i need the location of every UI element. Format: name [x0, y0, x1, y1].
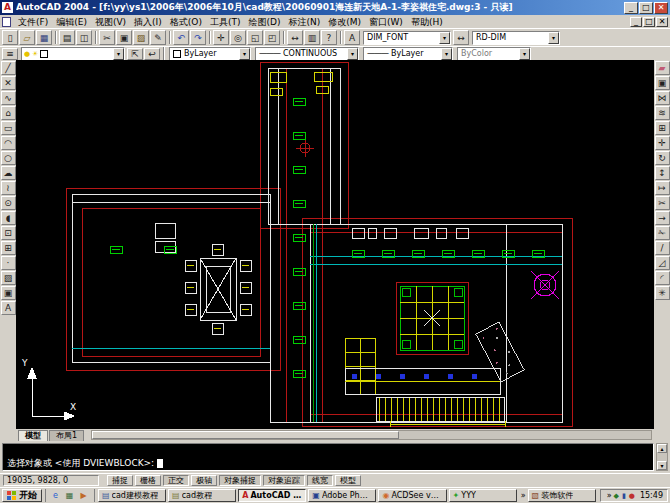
- layers-icon[interactable]: ≡: [2, 48, 18, 60]
- revision-cloud-icon[interactable]: ☁: [1, 166, 16, 180]
- text-style-combo[interactable]: DIM_FONT ▾: [363, 31, 451, 45]
- status-toggle-snap[interactable]: 捕捉: [107, 475, 133, 486]
- help-icon[interactable]: ?: [321, 30, 337, 45]
- color-combo[interactable]: ByLayer ▾: [169, 47, 251, 61]
- make-object-layer-current-icon[interactable]: ⇱: [127, 48, 143, 60]
- print-preview-icon[interactable]: ◫: [76, 30, 92, 45]
- copy-icon[interactable]: ▣: [655, 76, 670, 90]
- status-toggle-ortho[interactable]: 正交: [163, 475, 189, 486]
- taskbar-item[interactable]: ▧装饰软件: [528, 489, 596, 502]
- close-button[interactable]: ✕: [654, 2, 668, 14]
- menu-edit[interactable]: 编辑(E): [52, 16, 91, 28]
- lineweight-combo[interactable]: ——— ByLayer ▾: [363, 47, 453, 61]
- scroll-up-icon[interactable]: ▴: [657, 444, 667, 453]
- menu-format[interactable]: 格式(O): [166, 16, 206, 28]
- menu-view[interactable]: 视图(V): [91, 16, 130, 28]
- linetype-combo[interactable]: ——— CONTINUOUS ▾: [255, 47, 359, 61]
- tab-model[interactable]: 模型: [18, 430, 48, 441]
- extend-icon[interactable]: →: [655, 211, 670, 225]
- trim-icon[interactable]: ✂: [655, 196, 670, 210]
- open-icon[interactable]: ▱: [19, 30, 35, 45]
- taskbar-item[interactable]: AAutoCAD 200...: [238, 489, 306, 502]
- menu-tools[interactable]: 工具(T): [206, 16, 245, 28]
- fillet-icon[interactable]: ◜: [655, 271, 670, 285]
- status-toggle-model-space[interactable]: 模型: [335, 475, 361, 486]
- distance-icon[interactable]: ↔: [287, 30, 303, 45]
- zoom-previous-icon[interactable]: ◰: [264, 30, 280, 45]
- volume-icon[interactable]: ◆: [614, 492, 619, 500]
- rotate-icon[interactable]: ↻: [655, 151, 670, 165]
- zoom-realtime-icon[interactable]: ◎: [230, 30, 246, 45]
- menu-draw[interactable]: 绘图(D): [244, 16, 284, 28]
- spline-icon[interactable]: ≀: [1, 181, 16, 195]
- network-icon[interactable]: ▮: [622, 492, 626, 500]
- media-player-icon[interactable]: ▶: [77, 490, 90, 502]
- cut-icon[interactable]: ✂: [99, 30, 115, 45]
- show-desktop-icon[interactable]: ▦: [63, 490, 76, 502]
- mirror-icon[interactable]: ⋈: [655, 91, 670, 105]
- polygon-icon[interactable]: ⌂: [1, 106, 16, 120]
- status-toggle-otrack[interactable]: 对象追踪: [263, 475, 305, 486]
- layer-combo[interactable]: ● ☀ ▾: [21, 47, 125, 61]
- combo-arrow-icon[interactable]: ▾: [439, 32, 450, 44]
- arc-icon[interactable]: ◠: [1, 136, 16, 150]
- layer-previous-icon[interactable]: ↩: [144, 48, 160, 60]
- explode-icon[interactable]: ✳: [655, 286, 670, 300]
- taskbar-item[interactable]: ▤cad建模教程: [98, 489, 166, 502]
- status-toggle-lineweight[interactable]: 线宽: [307, 475, 333, 486]
- dim-style-icon[interactable]: ↔: [453, 30, 469, 45]
- chamfer-icon[interactable]: ◿: [655, 256, 670, 270]
- combo-arrow-icon[interactable]: ▾: [239, 48, 250, 60]
- make-block-icon[interactable]: ⊞: [1, 241, 16, 255]
- menu-dimension[interactable]: 标注(N): [284, 16, 324, 28]
- text-style-icon[interactable]: A: [344, 30, 360, 45]
- break-at-point-icon[interactable]: ✁: [655, 226, 670, 240]
- mtext-icon[interactable]: A: [1, 301, 16, 315]
- scroll-down-icon[interactable]: ▾: [657, 461, 667, 470]
- menu-file[interactable]: 文件(F): [14, 16, 52, 28]
- doc-close-button[interactable]: ✕: [656, 17, 668, 27]
- drawing-canvas[interactable]: Y X: [16, 60, 654, 429]
- status-toggle-osnap[interactable]: 对象捕捉: [219, 475, 261, 486]
- doc-minimize-button[interactable]: _: [630, 17, 642, 27]
- new-icon[interactable]: ▯: [2, 30, 18, 45]
- status-toggle-polar[interactable]: 极轴: [191, 475, 217, 486]
- ellipse-arc-icon[interactable]: ◖: [1, 211, 16, 225]
- rectangle-icon[interactable]: ▭: [1, 121, 16, 135]
- menu-modify[interactable]: 修改(M): [324, 16, 365, 28]
- scrollbar-thumb[interactable]: [92, 431, 399, 439]
- move-icon[interactable]: ✛: [655, 136, 670, 150]
- taskbar-item[interactable]: ▣Adobe Photo...: [308, 489, 376, 502]
- antivirus-icon[interactable]: ●: [629, 492, 635, 500]
- taskbar-item[interactable]: ▤cad教程: [168, 489, 236, 502]
- circle-icon[interactable]: ○: [1, 151, 16, 165]
- pan-realtime-icon[interactable]: ✛: [213, 30, 229, 45]
- menu-insert[interactable]: 插入(I): [130, 16, 166, 28]
- maximize-button[interactable]: □: [639, 2, 653, 14]
- combo-arrow-icon[interactable]: ▾: [548, 32, 559, 44]
- paste-icon[interactable]: ▨: [133, 30, 149, 45]
- undo-icon[interactable]: ↶: [173, 30, 189, 45]
- hatch-icon[interactable]: ▨: [1, 271, 16, 285]
- print-icon[interactable]: ▤: [59, 30, 75, 45]
- tray-chevron-icon[interactable]: »: [607, 491, 612, 500]
- dim-style-combo[interactable]: RD-DIM ▾: [472, 31, 560, 45]
- internet-explorer-icon[interactable]: e: [49, 490, 62, 502]
- tab-layout1[interactable]: 布局1: [49, 430, 84, 441]
- match-properties-icon[interactable]: ✎: [150, 30, 166, 45]
- stretch-icon[interactable]: ↦: [655, 181, 670, 195]
- autocad-app-icon[interactable]: A: [2, 2, 13, 13]
- point-icon[interactable]: ·: [1, 256, 16, 270]
- command-input-area[interactable]: 选择对象或 <使用 DVIEWBLOCK>:: [2, 443, 654, 471]
- line-icon[interactable]: ╱: [1, 61, 16, 75]
- doc-restore-button[interactable]: □: [643, 17, 655, 27]
- break-icon[interactable]: /: [655, 241, 670, 255]
- start-button[interactable]: 开始: [2, 489, 42, 502]
- taskbar-item[interactable]: ✦YYY: [449, 489, 517, 502]
- status-toggle-grid[interactable]: 栅格: [135, 475, 161, 486]
- erase-icon[interactable]: ▰: [655, 61, 670, 75]
- menu-window[interactable]: 窗口(W): [365, 16, 407, 28]
- taskbar-item[interactable]: ◉ACDSee v3.1...: [378, 489, 446, 502]
- combo-arrow-icon[interactable]: ▾: [347, 48, 358, 60]
- taskband-chevron-icon[interactable]: »: [521, 491, 526, 500]
